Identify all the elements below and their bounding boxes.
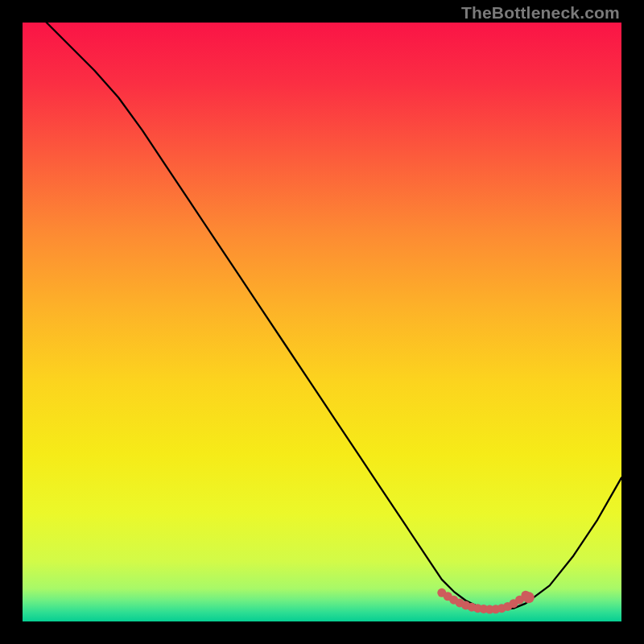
watermark-text: TheBottleneck.com bbox=[461, 3, 620, 23]
marker-dot bbox=[523, 592, 535, 603]
gradient-background bbox=[23, 23, 621, 621]
chart-frame: TheBottleneck.com bbox=[0, 0, 644, 644]
chart-svg bbox=[23, 23, 621, 621]
plot-area bbox=[23, 23, 621, 621]
